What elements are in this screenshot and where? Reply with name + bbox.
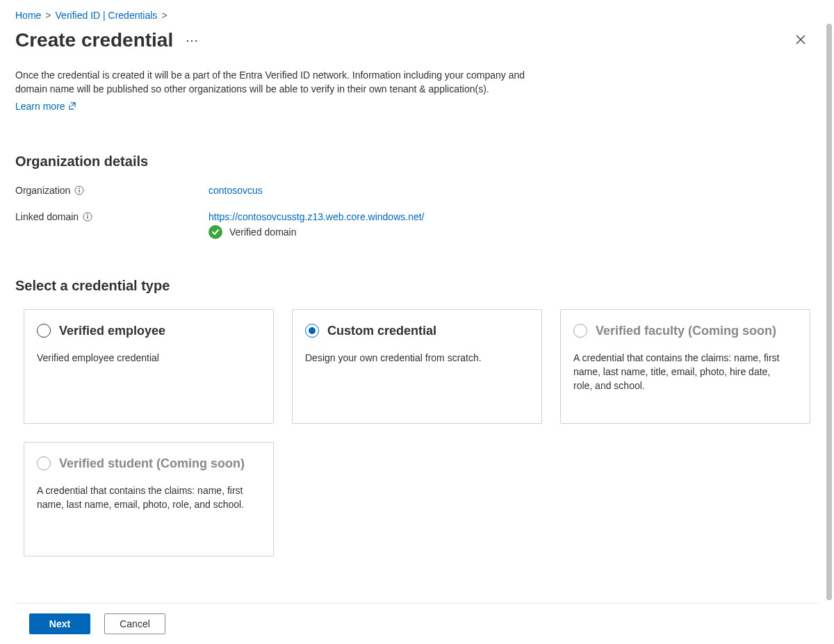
card-title: Verified faculty (Coming soon) [596,324,776,338]
org-label: Organization [15,185,70,196]
domain-row: Linked domain https://contosovcusstg.z13… [15,211,819,239]
page-title: Create credential [15,29,173,51]
card-body: A credential that contains the claims: n… [37,484,245,512]
card-title: Verified employee [59,324,165,338]
svg-point-1 [79,188,80,189]
card-verified-employee[interactable]: Verified employeeVerified employee crede… [24,309,274,424]
verified-domain-label: Verified domain [229,226,297,238]
breadcrumb-verified-id[interactable]: Verified ID | Credentials [56,10,158,21]
card-custom-credential[interactable]: Custom credentialDesign your own credent… [292,309,542,424]
org-details-heading: Organization details [15,154,819,170]
domain-label: Linked domain [15,211,79,222]
external-link-icon [68,102,76,110]
select-type-heading: Select a credential type [15,278,819,294]
cards-grid: Verified employeeVerified employee crede… [24,309,819,556]
radio-verified-student [37,456,51,470]
close-icon[interactable] [788,29,813,51]
radio-custom-credential[interactable] [305,324,319,338]
domain-value-link[interactable]: https://contosovcusstg.z13.web.core.wind… [208,211,425,222]
learn-more-link[interactable]: Learn more [15,101,76,112]
card-title: Verified student (Coming soon) [59,456,245,471]
card-verified-faculty: Verified faculty (Coming soon)A credenti… [560,309,810,424]
card-body: A credential that contains the claims: n… [573,351,782,393]
more-icon[interactable]: ⋯ [183,31,202,49]
footer-bar: Next Cancel [15,603,819,644]
breadcrumb-home[interactable]: Home [15,10,41,21]
scrollbar-thumb[interactable] [826,24,832,600]
breadcrumb: Home > Verified ID | Credentials > [15,10,819,21]
org-row: Organization contosovcus [15,185,819,196]
info-icon[interactable] [74,185,84,195]
radio-verified-faculty [573,324,587,338]
card-verified-student: Verified student (Coming soon)A credenti… [24,442,274,556]
description-text: Once the credential is created it will b… [15,68,550,97]
org-value-link[interactable]: contosovcus [208,185,263,196]
info-icon[interactable] [83,212,92,222]
verified-check-icon [208,225,222,239]
learn-more-label: Learn more [15,101,65,112]
svg-point-4 [87,214,88,215]
next-button[interactable]: Next [29,613,90,634]
card-body: Verified employee credential [37,351,245,365]
card-title: Custom credential [327,324,436,338]
breadcrumb-sep: > [45,10,51,21]
svg-rect-2 [79,190,80,192]
cancel-button[interactable]: Cancel [104,613,165,634]
breadcrumb-sep: > [161,10,167,21]
card-body: Design your own credential from scratch. [305,351,514,365]
radio-verified-employee[interactable] [37,324,51,338]
svg-rect-5 [87,216,88,219]
